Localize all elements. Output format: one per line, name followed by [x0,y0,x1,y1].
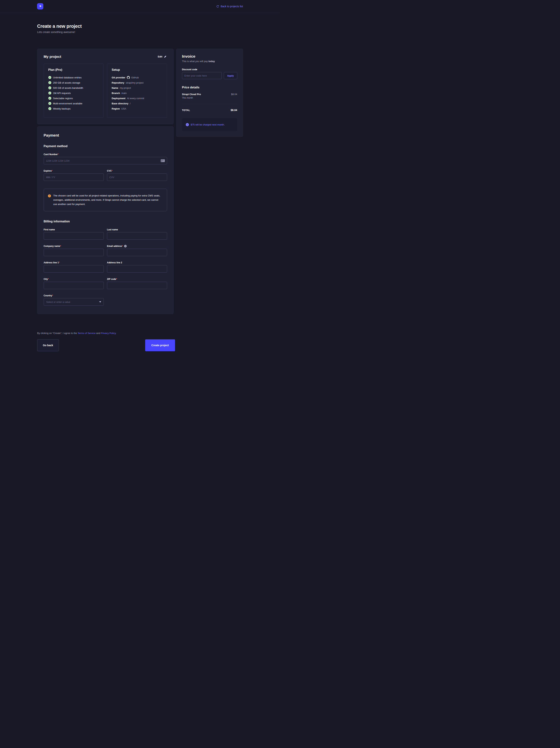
setup-row-value: / [130,102,130,105]
setup-row-label: Git provider [112,76,125,79]
country-select[interactable]: Select or enter a value [44,298,104,306]
project-card-title: My project [44,55,61,59]
zip-input[interactable] [107,282,167,289]
edit-button[interactable]: Edit [157,54,167,59]
expires-input[interactable] [44,173,104,181]
plan-feature-label: Weekly backups [53,107,71,110]
apply-button[interactable]: Apply [224,72,237,79]
go-back-button[interactable]: Go back [37,340,59,351]
required-mark: * [52,169,53,172]
city-field-group: City* [44,278,104,289]
zip-label-text: ZIP code [107,278,116,280]
company-name-input[interactable] [44,249,104,256]
plan-feature: 500 GB of assets bandwidth [48,86,99,89]
billing-information-title: Billing information [44,220,167,223]
address1-input[interactable] [44,265,104,273]
invoice-subtitle: This is what you will pay today [182,60,237,63]
company-name-label-text: Company name [44,245,60,248]
main-content: Create a new project Lets create somethi… [37,24,243,377]
next-month-note-text: $75 will be charged next month. [191,123,225,126]
plan-feature: 250 GB of assets storage [48,81,99,84]
expires-label-text: Expires [44,169,52,172]
setup-row-label: Base directory [112,102,128,105]
discount-code-input[interactable] [182,72,222,79]
zip-field-group: ZIP code* [107,278,167,289]
setup-row-branch: Branch main [112,92,163,95]
first-name-field-group: First name [44,228,104,240]
required-mark: * [52,294,53,297]
setup-row-value: At every commit [127,97,144,100]
privacy-policy-link[interactable]: Privacy Policy [101,332,116,334]
strapi-logo[interactable] [37,3,43,9]
setup-box: Setup Git provider GitHub Repository [107,64,167,118]
payment-method-title: Payment method [44,144,167,148]
warning-icon: ! [48,194,51,197]
required-mark: * [48,278,49,280]
setup-row-region: Region USA [112,107,163,110]
setup-title: Setup [112,68,163,72]
card-usage-notice: ! The chosen card will be used for all p… [44,189,167,211]
setup-row-name: Name my-project [112,87,163,89]
required-mark: * [60,245,61,248]
city-label-text: City [44,278,48,280]
agreement-prefix: By clicking on "Create", I agree to the [37,332,78,334]
price-line-item: Strapi Cloud Pro This month $8.04 [182,93,237,99]
setup-row-label: Name [112,87,118,89]
plan-feature: Multi-environment available [48,102,99,105]
address2-input[interactable] [107,265,167,273]
my-project-card: My project Edit Plan (Pro) [37,49,173,124]
plan-feature-label: 250 GB of assets storage [53,81,80,84]
agreement-text: By clicking on "Create", I agree to the … [37,332,173,334]
top-bar: Back to projects list [0,0,280,13]
plan-feature: Unlimited database entries [48,76,99,79]
price-item-amount: $8.04 [231,93,237,96]
email-label-text: Email address [107,245,122,248]
cvc-label-text: CVC [107,169,112,172]
price-item-name: Strapi Cloud Pro [182,93,201,96]
create-project-button[interactable]: Create project [145,340,175,351]
invoice-card: Invoice This is what you will pay today … [176,49,243,137]
setup-row-value: USA [121,107,126,110]
setup-row-value: my-project [120,87,131,89]
address2-field-group: Address line 2 [107,261,167,273]
card-number-input[interactable] [44,157,167,164]
price-details-title: Price details [182,86,237,89]
card-number-field-group: Card Number* [44,153,167,164]
terms-of-service-link[interactable]: Terms of Service [78,332,96,334]
first-name-input[interactable] [44,232,104,240]
check-icon [48,86,51,89]
address1-label: Address line 1* [44,261,104,264]
email-input[interactable] [107,249,167,256]
price-item-period: This month [182,97,201,99]
plan-title: Plan (Pro) [48,68,99,72]
divider [182,104,237,104]
setup-list: Git provider GitHub Repository strapi/my… [112,76,163,110]
cvc-field-group: CVC* [107,169,167,181]
plan-box: Plan (Pro) Unlimited database entries 25… [44,64,104,118]
total-row: TOTAL $8.04 [182,109,237,112]
check-icon [48,76,51,79]
back-link-label: Back to projects list [221,5,243,8]
zip-label: ZIP code* [107,278,167,280]
back-arrow-icon [216,5,219,8]
total-label: TOTAL [182,109,190,112]
strapi-logo-icon [38,4,42,8]
cvc-input[interactable] [107,173,167,181]
setup-row-value: main [121,92,127,95]
check-icon [48,92,51,95]
address1-field-group: Address line 1* [44,261,104,273]
required-mark: * [112,169,113,172]
address1-label-text: Address line 1 [44,261,59,264]
city-input[interactable] [44,282,104,289]
back-to-projects-link[interactable]: Back to projects list [216,5,243,8]
setup-row-label: Deployment [112,97,125,100]
agreement-and: and [96,332,101,334]
payment-card: Payment Payment method Card Number* [37,126,173,314]
invoice-subtitle-prefix: This is what you will pay [182,60,209,63]
setup-row-value: GitHub [131,76,139,79]
setup-row-label: Region [112,107,120,110]
setup-row-value: strapi/my-project [126,81,144,84]
last-name-input[interactable] [107,232,167,240]
first-name-label: First name [44,228,104,231]
setup-row-label: Branch [112,92,120,95]
